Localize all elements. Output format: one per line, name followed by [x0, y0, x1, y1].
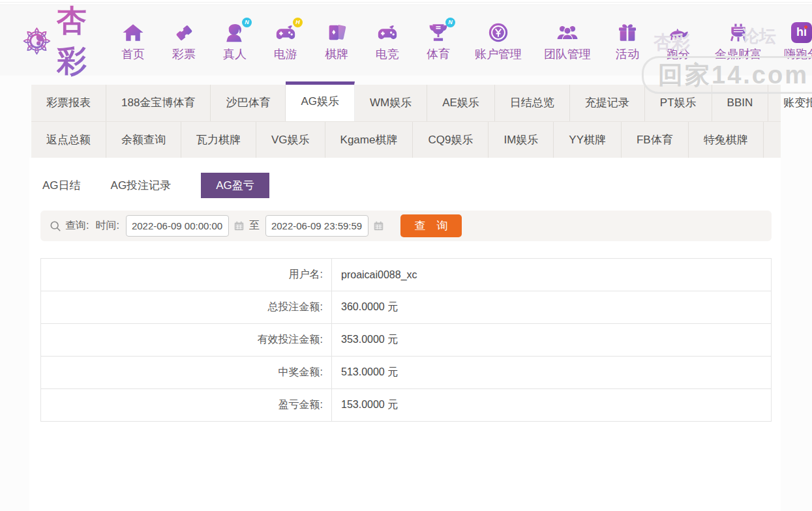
new-badge: N — [445, 18, 455, 27]
tab-ag-yule[interactable]: AG娱乐 — [286, 81, 355, 121]
row-label: 用户名: — [41, 259, 332, 291]
hot-badge: H — [293, 18, 303, 27]
time-label: 时间: — [95, 219, 119, 233]
top-header: 杏彩 首页 彩票 N 真人 H 电游 — [0, 6, 812, 76]
report-tabs-row1: 彩票报表 188金宝博体育 沙巴体育 AG娱乐 WM娱乐 AE娱乐 日结总览 充… — [31, 85, 781, 121]
end-time-input[interactable] — [265, 215, 368, 237]
tab-yy-qipai[interactable]: YY棋牌 — [554, 122, 622, 158]
tab-cq9-yule[interactable]: CQ9娱乐 — [413, 122, 489, 158]
table-row-profit-loss: 盈亏金额: 153.0000 元 — [41, 389, 771, 422]
tab-wm-yule[interactable]: WM娱乐 — [355, 85, 427, 121]
tab-tetu-qipai[interactable]: 特兔棋牌 — [689, 122, 764, 158]
nav-item-account-mgmt[interactable]: 账户管理 — [475, 20, 522, 62]
row-value: 360.0000 元 — [332, 291, 771, 323]
row-label: 盈亏金额: — [41, 389, 332, 421]
site-logo[interactable]: 杏彩 — [22, 1, 100, 81]
tab-ae-yule[interactable]: AE娱乐 — [427, 85, 495, 121]
row-label: 中奖金额: — [41, 357, 332, 388]
subtab-ag-yingkui[interactable]: AG盈亏 — [201, 173, 269, 198]
hi-app-icon: hi — [789, 20, 812, 45]
query-label: 查询: — [65, 219, 89, 233]
esports-gamepad-icon — [375, 20, 400, 45]
tab-bbin[interactable]: BBIN — [712, 85, 769, 121]
nav-item-home[interactable]: 首页 — [119, 20, 147, 62]
row-label: 有效投注金额: — [41, 324, 332, 356]
profit-report-table: 用户名: proaicai0088_xc 总投注金额: 360.0000 元 有… — [40, 258, 772, 422]
nav-item-hipaofen[interactable]: hi 嗨跑分 — [784, 20, 812, 62]
tripod-icon — [726, 20, 751, 45]
tab-zhangbian-baobiao[interactable]: 账变报表 — [768, 85, 812, 121]
tab-chongti-jilu[interactable]: 充提记录 — [570, 85, 645, 121]
nav-item-activity[interactable]: 活动 — [613, 20, 642, 62]
sports-trophy-icon: N — [426, 20, 451, 45]
row-value: 153.0000 元 — [332, 389, 771, 421]
page-top-divider — [0, 0, 812, 5]
tab-pt-yule[interactable]: PT娱乐 — [645, 85, 712, 121]
tab-caipiao-baobiao[interactable]: 彩票报表 — [31, 85, 106, 121]
new-badge: N — [242, 18, 252, 27]
calendar-icon-end[interactable] — [373, 220, 384, 231]
cards-icon — [324, 20, 349, 45]
nav-item-jinding[interactable]: 金鼎财富 — [715, 20, 762, 62]
table-row-win-amount: 中奖金额: 513.0000 元 — [41, 357, 771, 389]
gift-icon — [615, 20, 640, 45]
nav-item-lottery[interactable]: 彩票 — [170, 20, 198, 62]
ag-subtabs: AG日结 AG投注记录 AG盈亏 — [29, 158, 781, 198]
nav-item-live[interactable]: N 真人 — [220, 20, 249, 62]
tab-kgame-qipai[interactable]: Kgame棋牌 — [325, 122, 414, 158]
tab-fandian-zonge[interactable]: 返点总额 — [31, 122, 106, 158]
row-value: proaicai0088_xc — [332, 259, 771, 291]
table-row-valid-bet: 有效投注金额: 353.0000 元 — [41, 324, 771, 357]
account-coin-icon — [486, 20, 511, 45]
egame-gamepad-icon: H — [273, 20, 298, 45]
report-tabs: 彩票报表 188金宝博体育 沙巴体育 AG娱乐 WM娱乐 AE娱乐 日结总览 充… — [31, 85, 781, 158]
tab-wali-qipai[interactable]: 瓦力棋牌 — [181, 122, 256, 158]
nav-item-esports[interactable]: 电竞 — [373, 20, 402, 62]
logo-text: 杏彩 — [57, 1, 100, 81]
table-row-total-bet: 总投注金额: 360.0000 元 — [41, 291, 771, 324]
tab-rijie-zonglan[interactable]: 日结总览 — [495, 85, 570, 121]
nav-item-paofen[interactable]: 跑分 — [664, 20, 693, 62]
logo-flower-icon — [22, 20, 52, 62]
tab-vg-yule[interactable]: VG娱乐 — [256, 122, 325, 158]
nav-item-sports[interactable]: N 体育 — [424, 20, 453, 62]
row-label: 总投注金额: — [41, 291, 332, 323]
search-bar: 查询: 时间: 至 查 询 — [40, 211, 772, 241]
to-label: 至 — [249, 219, 260, 233]
subtab-ag-rijie[interactable]: AG日结 — [42, 173, 81, 198]
lottery-ticket-icon — [172, 20, 196, 45]
report-tabs-row2: 返点总额 余额查询 瓦力棋牌 VG娱乐 Kgame棋牌 CQ9娱乐 IM娱乐 Y… — [31, 121, 781, 158]
nav-item-team-mgmt[interactable]: 团队管理 — [544, 20, 591, 62]
tab-188-jinbaobo[interactable]: 188金宝博体育 — [106, 85, 211, 121]
content-panel: AG日结 AG投注记录 AG盈亏 查询: 时间: 至 查 询 用户名: — [29, 158, 781, 511]
live-person-icon: N — [222, 20, 247, 45]
tab-yue-chaxun[interactable]: 余额查询 — [106, 122, 181, 158]
subtab-ag-touzhu-jilu[interactable]: AG投注记录 — [111, 173, 172, 198]
calendar-icon-start[interactable] — [233, 220, 245, 231]
tab-shaba-tiyu[interactable]: 沙巴体育 — [211, 85, 286, 121]
tab-fb-tiyu[interactable]: FB体育 — [622, 122, 689, 158]
team-people-icon — [555, 20, 580, 45]
row-value: 513.0000 元 — [332, 357, 771, 388]
start-time-input[interactable] — [126, 215, 229, 237]
rhino-icon — [666, 20, 691, 45]
query-button[interactable]: 查 询 — [400, 214, 462, 237]
nav-item-cards[interactable]: 棋牌 — [322, 20, 351, 62]
home-icon — [121, 20, 145, 45]
nav-item-egame[interactable]: H 电游 — [271, 20, 300, 62]
top-nav: 首页 彩票 N 真人 H 电游 棋牌 — [119, 20, 812, 62]
tab-im-yule[interactable]: IM娱乐 — [489, 122, 554, 158]
table-row-username: 用户名: proaicai0088_xc — [41, 259, 771, 291]
row-value: 353.0000 元 — [332, 324, 771, 356]
search-icon — [50, 220, 61, 232]
